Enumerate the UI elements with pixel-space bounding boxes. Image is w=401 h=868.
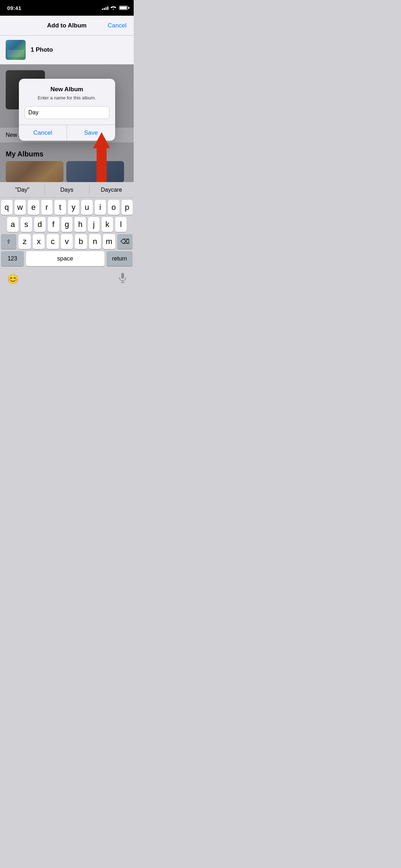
photo-thumbnail <box>6 40 26 60</box>
autocorrect-bar: "Day" Days Daycare <box>0 182 134 198</box>
key-o[interactable]: o <box>108 200 119 215</box>
emoji-button[interactable]: 😊 <box>7 274 19 285</box>
key-n[interactable]: n <box>89 234 101 249</box>
key-v[interactable]: v <box>61 234 73 249</box>
battery-icon <box>119 6 128 10</box>
dialog-body: New Album Enter a name for this album. <box>19 79 115 125</box>
autocorrect-item-2[interactable]: Daycare <box>89 182 134 197</box>
microphone-icon[interactable] <box>119 273 127 285</box>
keyboard: q w e r t y u i o p a s d f g h j k l ⇧ … <box>0 198 134 268</box>
key-j[interactable]: j <box>88 217 99 232</box>
key-backspace[interactable]: ⌫ <box>117 234 133 249</box>
key-space[interactable]: space <box>26 251 104 266</box>
key-y[interactable]: y <box>68 200 79 215</box>
key-l[interactable]: l <box>115 217 127 232</box>
nav-cancel-button[interactable]: Cancel <box>105 22 127 29</box>
photo-header: 1 Photo <box>0 36 134 64</box>
keyboard-bottom-row: 123 space return <box>0 249 134 268</box>
bottom-bar: 😊 <box>0 268 134 289</box>
status-icons <box>102 5 128 11</box>
key-q[interactable]: q <box>1 200 12 215</box>
annotation-arrow <box>89 132 114 182</box>
status-bar: 09:41 <box>0 0 134 16</box>
key-b[interactable]: b <box>75 234 87 249</box>
keyboard-row-2: a s d f g h j k l <box>0 215 134 232</box>
signal-bars-icon <box>102 6 108 10</box>
wifi-icon <box>110 5 116 11</box>
status-time: 09:41 <box>7 5 21 11</box>
autocorrect-item-0[interactable]: "Day" <box>0 182 45 197</box>
album-name-input[interactable] <box>25 106 109 119</box>
autocorrect-item-1[interactable]: Days <box>45 182 89 197</box>
key-x[interactable]: x <box>33 234 45 249</box>
key-w[interactable]: w <box>15 200 26 215</box>
key-a[interactable]: a <box>7 217 19 232</box>
dialog-title: New Album <box>25 86 109 93</box>
key-p[interactable]: p <box>122 200 133 215</box>
key-e[interactable]: e <box>28 200 39 215</box>
key-c[interactable]: c <box>47 234 58 249</box>
key-h[interactable]: h <box>74 217 86 232</box>
key-return[interactable]: return <box>107 251 133 266</box>
key-t[interactable]: t <box>55 200 66 215</box>
key-u[interactable]: u <box>81 200 93 215</box>
key-f[interactable]: f <box>48 217 59 232</box>
key-shift[interactable]: ⇧ <box>1 234 16 249</box>
key-k[interactable]: k <box>102 217 113 232</box>
photo-count-label: 1 Photo <box>31 46 53 53</box>
key-s[interactable]: s <box>21 217 32 232</box>
key-d[interactable]: d <box>34 217 46 232</box>
nav-bar: Add to Album Cancel <box>0 16 134 36</box>
keyboard-row-1: q w e r t y u i o p <box>0 198 134 215</box>
keyboard-row-3: ⇧ z x c v b n m ⌫ <box>0 232 134 249</box>
key-i[interactable]: i <box>95 200 106 215</box>
key-m[interactable]: m <box>103 234 115 249</box>
content-area: New Album... My Albums New Album Enter a… <box>0 64 134 182</box>
key-g[interactable]: g <box>61 217 73 232</box>
key-z[interactable]: z <box>19 234 30 249</box>
key-numbers[interactable]: 123 <box>1 251 24 266</box>
new-album-dialog: New Album Enter a name for this album. C… <box>19 79 115 141</box>
page-title: Add to Album <box>29 22 105 29</box>
key-r[interactable]: r <box>41 200 53 215</box>
dialog-subtitle: Enter a name for this album. <box>25 95 109 100</box>
svg-rect-0 <box>121 273 124 279</box>
dialog-cancel-button[interactable]: Cancel <box>19 125 67 141</box>
